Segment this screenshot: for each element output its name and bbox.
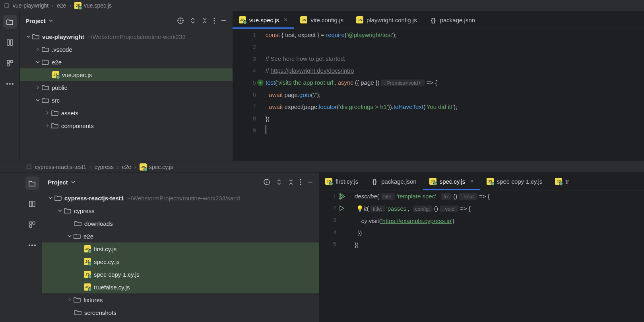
folder-icon xyxy=(51,109,59,117)
kebab-icon[interactable] xyxy=(300,179,301,185)
js-file-icon: JS xyxy=(140,163,147,171)
tab-vite-config[interactable]: JSvite.config.js xyxy=(294,11,350,29)
svg-point-10 xyxy=(214,23,215,24)
project-tool-button[interactable] xyxy=(25,177,39,190)
breadcrumb-part[interactable]: cypress xyxy=(95,164,114,170)
tree-item[interactable]: e2e xyxy=(20,56,233,68)
target-icon[interactable] xyxy=(263,178,270,186)
folder-icon xyxy=(41,96,49,104)
project-sidebar: Project cypress-reactjs-test1~/WebstormP… xyxy=(42,173,319,322)
tab-package-json[interactable]: {}package.json xyxy=(423,11,481,29)
run-test-icon[interactable] xyxy=(257,79,264,86)
tab-spec-cy[interactable]: JSspec.cy.js× xyxy=(423,173,480,190)
tab-playwright-config[interactable]: JSplaywright.config.js xyxy=(350,11,423,29)
breadcrumb-part[interactable]: e2e xyxy=(122,164,131,170)
svg-rect-14 xyxy=(33,201,35,207)
minimize-icon[interactable] xyxy=(307,179,313,185)
more-tool-button[interactable] xyxy=(3,77,17,91)
kebab-icon[interactable] xyxy=(213,17,215,24)
extensions-tool-button[interactable] xyxy=(25,218,39,231)
js-test-file-icon: JS xyxy=(239,16,246,23)
code-editor: JSfirst.cy.js {}package.json JSspec.cy.j… xyxy=(319,173,644,322)
tool-window-bar xyxy=(22,173,42,322)
svg-rect-16 xyxy=(33,222,35,224)
folder-icon xyxy=(64,207,72,215)
tree-item[interactable]: e2e xyxy=(42,230,319,242)
extensions-tool-button[interactable] xyxy=(3,56,17,70)
svg-point-9 xyxy=(214,20,215,21)
code-editor: JSvue.spec.js× JSvite.config.js JSplaywr… xyxy=(233,11,644,161)
more-tool-button[interactable] xyxy=(25,239,39,252)
project-tool-button[interactable] xyxy=(3,15,17,29)
close-icon[interactable]: × xyxy=(470,178,473,185)
breadcrumb-part[interactable]: vue.spec.js xyxy=(84,2,112,9)
collapse-icon[interactable] xyxy=(288,179,294,185)
expand-icon[interactable] xyxy=(276,179,282,185)
folder-icon xyxy=(73,296,81,304)
svg-rect-4 xyxy=(10,60,13,63)
file-tree: vue-playwright ~/WebstormProjects/routin… xyxy=(20,30,233,161)
breadcrumb: vue-playwright › e2e › JS vue.spec.js xyxy=(0,0,644,11)
tree-item[interactable]: JSvue.spec.js xyxy=(20,68,233,81)
svg-rect-17 xyxy=(29,225,32,227)
tree-item[interactable]: cypress xyxy=(42,204,319,217)
run-test-icon[interactable] xyxy=(338,193,345,200)
folder-icon xyxy=(74,219,82,227)
close-icon[interactable]: × xyxy=(284,16,287,23)
js-test-file-icon: JS xyxy=(487,178,494,185)
tree-item[interactable]: components xyxy=(20,119,233,132)
folder-icon xyxy=(41,83,49,91)
structure-tool-button[interactable] xyxy=(25,197,39,211)
folder-icon xyxy=(32,33,40,41)
tree-item[interactable]: JStruefalse.cy.js xyxy=(42,281,319,293)
breadcrumb-part[interactable]: cypress-reactjs-test1 xyxy=(35,164,86,170)
tool-window-bar xyxy=(0,11,20,161)
js-test-file-icon: JS xyxy=(84,271,91,278)
tree-item[interactable]: JSspec-copy-1.cy.js xyxy=(42,268,319,281)
svg-rect-5 xyxy=(7,64,10,66)
tab-vue-spec[interactable]: JSvue.spec.js× xyxy=(233,11,294,29)
js-test-file-icon: JS xyxy=(84,283,91,291)
svg-rect-15 xyxy=(29,222,32,224)
project-title[interactable]: Project xyxy=(25,17,54,24)
breadcrumb-part[interactable]: e2e xyxy=(57,2,66,9)
structure-tool-button[interactable] xyxy=(3,36,17,49)
tree-item[interactable]: JSfirst.cy.js xyxy=(42,242,319,255)
code-content[interactable]: describe( title: 'template spec', fn: ()… xyxy=(343,190,644,322)
folder-icon xyxy=(51,122,59,130)
project-title[interactable]: Project xyxy=(48,179,76,186)
target-icon[interactable] xyxy=(177,17,184,24)
breadcrumb-part[interactable]: vue-playwright xyxy=(13,2,48,9)
tree-item[interactable]: JSspec.cy.js xyxy=(42,255,319,268)
tab-truefalse[interactable]: JStr xyxy=(549,173,575,190)
svg-rect-1 xyxy=(7,40,10,45)
tree-item[interactable]: fixtures xyxy=(42,293,319,306)
folder-icon xyxy=(41,45,49,53)
svg-point-7 xyxy=(180,20,181,21)
tree-item[interactable]: src xyxy=(20,94,233,107)
collapse-icon[interactable] xyxy=(202,17,208,24)
svg-point-21 xyxy=(300,182,301,183)
svg-rect-3 xyxy=(7,60,10,63)
file-tree: cypress-reactjs-test1~/WebstormProjects/… xyxy=(42,192,319,322)
tree-item[interactable]: downloads xyxy=(42,217,319,230)
chevron-down-icon xyxy=(70,179,76,185)
json-file-icon: {} xyxy=(430,16,437,23)
tree-item[interactable]: screenshots xyxy=(42,306,319,319)
tree-root[interactable]: cypress-reactjs-test1~/WebstormProjects/… xyxy=(42,192,319,204)
tree-item[interactable]: .vscode xyxy=(20,43,233,56)
js-test-file-icon: JS xyxy=(84,258,91,265)
tree-item[interactable]: public xyxy=(20,81,233,94)
svg-point-22 xyxy=(300,184,301,185)
minimize-icon[interactable] xyxy=(221,17,227,24)
tree-item[interactable]: assets xyxy=(20,107,233,119)
run-test-icon[interactable] xyxy=(338,205,345,212)
breadcrumb-part[interactable]: spec.cy.js xyxy=(149,164,173,170)
expand-icon[interactable] xyxy=(190,17,196,24)
tree-root[interactable]: vue-playwright ~/WebstormProjects/routin… xyxy=(20,30,233,43)
tab-first-cy[interactable]: JSfirst.cy.js xyxy=(319,173,365,190)
breadcrumb: cypress-reactjs-test1› cypress› e2e› JS … xyxy=(0,161,644,173)
code-content[interactable]: const { test, expect } = require('@playw… xyxy=(262,29,644,161)
tab-package-json[interactable]: {}package.json xyxy=(365,173,423,190)
tab-spec-copy[interactable]: JSspec-copy-1.cy.js xyxy=(480,173,549,190)
